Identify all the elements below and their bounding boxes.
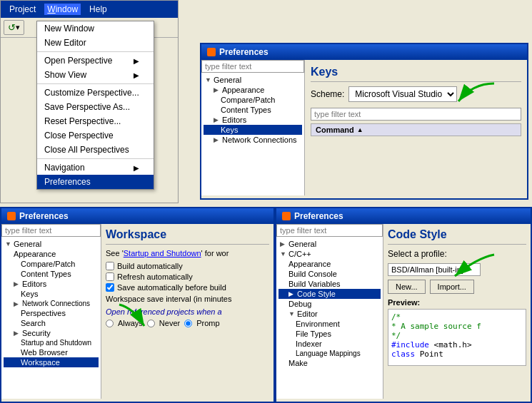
tree-network[interactable]: ▶ Network Connections	[204, 135, 302, 145]
build-auto-label: Build automatically	[117, 262, 183, 270]
tree-cs-file-types[interactable]: File Types	[278, 329, 381, 339]
scheme-label: Scheme:	[311, 89, 344, 99]
save-before-build-checkbox[interactable]	[106, 283, 114, 292]
refresh-auto-label: Refresh automatically	[117, 272, 193, 281]
tree-ws-general[interactable]: ▼ General	[4, 239, 99, 249]
tree-ws-perspectives[interactable]: Perspectives	[4, 308, 99, 318]
pref-keys-filter[interactable]	[201, 60, 304, 73]
menu-item-open-perspective[interactable]: Open Perspective▶	[37, 53, 154, 68]
pref-icon	[207, 48, 216, 56]
pref-codestyle-main: Code Style Select a profile: New... Impo…	[383, 224, 531, 399]
tree-cs-lang-mappings[interactable]: Language Mappings	[278, 349, 381, 358]
pref-codestyle-titlebar: Preferences	[276, 208, 531, 224]
profile-row: Select a profile:	[388, 249, 526, 259]
tree-cs-environment[interactable]: Environment	[278, 319, 381, 329]
tree-ws-compare[interactable]: Compare/Patch	[4, 259, 99, 269]
tree-compare-patch[interactable]: Compare/Patch	[204, 95, 302, 105]
tree-ws-appearance[interactable]: Appearance	[4, 249, 99, 259]
build-auto-checkbox[interactable]	[106, 262, 114, 270]
pref-workspace-content: ▼ General Appearance Compare/Patch Conte…	[1, 224, 273, 399]
tree-cs-debug[interactable]: Debug	[278, 299, 381, 309]
menu-help[interactable]: Help	[86, 4, 110, 15]
command-header: Command ▲	[311, 123, 521, 136]
menu-item-preferences[interactable]: Preferences	[37, 175, 154, 189]
toolbar-back-btn[interactable]: ↺▾	[4, 20, 24, 35]
radio-never-label: Never	[159, 319, 180, 327]
tree-cs-general[interactable]: ▶ General	[278, 239, 381, 249]
pref-workspace-filter[interactable]	[1, 224, 101, 237]
scheme-select[interactable]: Microsoft Visual Studio	[348, 86, 457, 102]
open-ref-text: Open referenced projects when a	[106, 307, 269, 316]
tree-cs-appearance[interactable]: Appearance	[278, 259, 381, 269]
pref-keys-content: ▼ General ▶ Appearance Compare/Patch Con…	[201, 60, 527, 195]
tree-ws-security[interactable]: ▶ Security	[4, 328, 99, 338]
menu-bar: Project Window Help	[1, 1, 178, 18]
pref-keys-main: Keys Scheme: Microsoft Visual Studio Com…	[305, 60, 527, 195]
codestyle-panel-title: Code Style	[388, 228, 526, 245]
menu-item-close-all-perspectives[interactable]: Close All Perspectives	[37, 143, 154, 157]
menu-item-close-perspective[interactable]: Close Perspective	[37, 128, 154, 143]
tree-ws-browser[interactable]: Web Browser	[4, 347, 99, 357]
pref-codestyle-dialog: Preferences ▶ General ▼ C/C++ Appearance…	[275, 207, 532, 403]
radio-prompt[interactable]	[184, 320, 192, 327]
tree-ws-workspace[interactable]: Workspace	[4, 357, 99, 367]
menu-window[interactable]: Window	[44, 4, 81, 15]
pref-workspace-tree-items: ▼ General Appearance Compare/Patch Conte…	[1, 237, 101, 369]
new-btn[interactable]: New...	[388, 280, 426, 294]
tree-cs-cpp[interactable]: ▼ C/C++	[278, 249, 381, 259]
tree-ws-search[interactable]: Search	[4, 318, 99, 328]
workspace-interval-text: Workspace save interval (in minutes	[106, 295, 269, 303]
tree-editors[interactable]: ▶ Editors	[204, 115, 302, 125]
scheme-row: Scheme: Microsoft Visual Studio	[311, 86, 521, 102]
profile-input[interactable]	[388, 263, 481, 276]
save-before-build-label: Save automatically before build	[117, 283, 226, 292]
radio-never[interactable]	[147, 320, 155, 327]
menu-area: Project Window Help ↺▾ New Window New Ed…	[0, 0, 179, 203]
import-btn[interactable]: Import...	[430, 280, 474, 294]
tree-ws-network[interactable]: ▶ Network Connections	[4, 299, 99, 308]
menu-sep-2	[37, 83, 154, 84]
menu-project[interactable]: Project	[6, 4, 39, 15]
save-before-build-row: Save automatically before build	[106, 283, 269, 292]
tree-cs-code-style[interactable]: ▶ Code Style	[278, 289, 381, 299]
tree-cs-editor[interactable]: ▼ Editor	[278, 309, 381, 319]
pref-keys-titlebar: Preferences	[201, 44, 527, 60]
tree-ws-keys[interactable]: Keys	[4, 289, 99, 299]
tree-cs-build-console[interactable]: Build Console	[278, 269, 381, 279]
pref-codestyle-tree-items: ▶ General ▼ C/C++ Appearance Build Conso…	[276, 237, 383, 370]
menu-item-new-editor[interactable]: New Editor	[37, 36, 154, 50]
tree-appearance[interactable]: ▶ Appearance	[204, 85, 302, 95]
window-dropdown: New Window New Editor Open Perspective▶ …	[36, 21, 154, 190]
menu-item-customize-perspective[interactable]: Customize Perspective...	[37, 86, 154, 100]
pref-workspace-titlebar: Preferences	[1, 208, 273, 224]
startup-link[interactable]: Startup and Shutdown	[124, 249, 201, 257]
menu-sep-3	[37, 158, 154, 159]
tree-ws-startup[interactable]: Startup and Shutdown	[4, 338, 99, 347]
tree-ws-editors[interactable]: ▶ Editors	[4, 279, 99, 289]
tree-expand-appearance: ▶	[214, 86, 221, 93]
radio-row: Always Never Promp	[106, 319, 269, 327]
radio-always-label: Always	[118, 319, 143, 327]
tree-cs-make[interactable]: Make	[278, 358, 381, 368]
keys-filter-input[interactable]	[311, 108, 521, 121]
radio-always[interactable]	[106, 320, 114, 327]
menu-item-reset-perspective[interactable]: Reset Perspective...	[37, 114, 154, 128]
sort-icon: ▲	[357, 126, 363, 133]
menu-item-new-window[interactable]: New Window	[37, 21, 154, 36]
tree-general[interactable]: ▼ General	[204, 75, 302, 85]
menu-item-show-view[interactable]: Show View▶	[37, 68, 154, 82]
menu-item-navigation[interactable]: Navigation▶	[37, 160, 154, 175]
menu-item-save-perspective[interactable]: Save Perspective As...	[37, 100, 154, 114]
pref-workspace-tree: ▼ General Appearance Compare/Patch Conte…	[1, 224, 101, 399]
pref-codestyle-filter[interactable]	[276, 224, 383, 237]
pref-codestyle-content: ▶ General ▼ C/C++ Appearance Build Conso…	[276, 224, 531, 399]
pref-keys-dialog: Preferences ▼ General ▶ Appearance Compa…	[200, 43, 528, 200]
tree-cs-build-variables[interactable]: Build Variables	[278, 279, 381, 289]
tree-cs-indexer[interactable]: Indexer	[278, 339, 381, 349]
pref-workspace-title: Preferences	[19, 211, 69, 221]
tree-keys[interactable]: Keys	[204, 125, 302, 135]
tree-content-types[interactable]: Content Types	[204, 105, 302, 115]
tree-ws-content[interactable]: Content Types	[4, 269, 99, 279]
refresh-auto-checkbox[interactable]	[106, 272, 114, 281]
preview-line-1: /*	[391, 312, 523, 322]
